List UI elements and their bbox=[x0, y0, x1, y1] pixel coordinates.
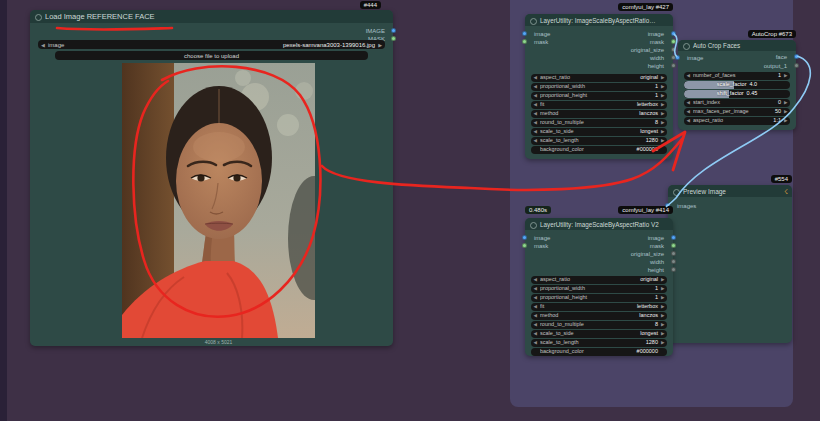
input-port-mask[interactable] bbox=[522, 243, 527, 248]
output-label-face: face bbox=[776, 53, 787, 61]
portrait-photo bbox=[122, 63, 315, 338]
widget-background-color[interactable]: background_color#000000 bbox=[531, 146, 667, 154]
output-port-image[interactable] bbox=[391, 28, 396, 33]
output-label-height: height bbox=[648, 266, 664, 274]
choose-file-button[interactable]: choose file to upload bbox=[55, 51, 368, 60]
load-image-node[interactable]: #444 Load Image REFERENCE FACE IMAGE MAS… bbox=[30, 10, 393, 346]
node-title[interactable]: Preview Image bbox=[668, 185, 792, 197]
node-id-badge: comfyui_lay #427 bbox=[618, 3, 673, 11]
input-port-image[interactable] bbox=[522, 31, 527, 36]
node-title-label: Preview Image bbox=[683, 188, 726, 195]
canvas-left-edge bbox=[0, 0, 7, 421]
execution-time-badge: 0.480s bbox=[525, 206, 551, 214]
node-id-badge: #444 bbox=[360, 1, 381, 9]
output-port-mask[interactable] bbox=[391, 36, 396, 41]
node-title-label: Auto Crop Faces bbox=[693, 42, 740, 49]
widget-fit[interactable]: fitletterbox bbox=[531, 303, 667, 311]
node-title-label: LayerUtility: ImageScaleByAspectRatio… bbox=[540, 17, 656, 24]
output-label-mask: mask bbox=[650, 38, 664, 46]
output-label-image: IMAGE bbox=[366, 27, 385, 35]
output-port-width[interactable] bbox=[671, 259, 676, 264]
node-title[interactable]: Load Image REFERENCE FACE bbox=[30, 10, 393, 23]
combo-value: pexels-samvana3003-1399016.jpg bbox=[283, 42, 375, 48]
output-port-output-1[interactable] bbox=[794, 63, 799, 68]
widget-proportional-width[interactable]: proportional_width1 bbox=[531, 285, 667, 293]
output-label-width: width bbox=[650, 54, 664, 62]
widget-method[interactable]: methodlanczos bbox=[531, 312, 667, 320]
widget-max-faces-per-image[interactable]: max_faces_per_image50 bbox=[684, 108, 790, 116]
input-label-image: image bbox=[687, 54, 703, 62]
output-port-face[interactable] bbox=[794, 54, 799, 59]
node-title[interactable]: LayerUtility: ImageScaleByAspectRatio… bbox=[525, 14, 673, 26]
input-label-mask: mask bbox=[534, 38, 548, 46]
output-label-image: image bbox=[648, 30, 664, 38]
scale-node-bottom[interactable]: 0.480s comfyui_lay #414 LayerUtility: Im… bbox=[525, 218, 673, 356]
combo-label: image bbox=[48, 42, 283, 48]
widget-aspect-ratio[interactable]: aspect_ratiooriginal bbox=[531, 276, 667, 284]
output-label-original-size: original_size bbox=[631, 250, 664, 258]
scale-node-top[interactable]: comfyui_lay #427 LayerUtility: ImageScal… bbox=[525, 14, 673, 159]
preview-image-node[interactable]: #554 Preview Image ☇ images bbox=[668, 185, 792, 343]
node-id-badge: #554 bbox=[771, 175, 792, 183]
widget-proportional-height[interactable]: proportional_height1 bbox=[531, 294, 667, 302]
widget-method[interactable]: methodlanczos bbox=[531, 110, 667, 118]
widget-round-to-multiple[interactable]: round_to_multiple8 bbox=[531, 321, 667, 329]
autocrop-faces-node[interactable]: AutoCrop #673 Auto Crop Faces image face… bbox=[678, 40, 796, 130]
widget-scale-to-length[interactable]: scale_to_length1280 bbox=[531, 339, 667, 347]
output-label-mask: mask bbox=[650, 242, 664, 250]
output-label-height: height bbox=[648, 62, 664, 70]
output-port-image[interactable] bbox=[671, 235, 676, 240]
widget-aspect-ratio[interactable]: aspect_ratiooriginal bbox=[531, 74, 667, 82]
output-port-mask[interactable] bbox=[671, 39, 676, 44]
output-port-image[interactable] bbox=[671, 31, 676, 36]
widget-scale-factor-slider[interactable]: scale_factor4.0 bbox=[684, 81, 790, 89]
output-port-original-size[interactable] bbox=[671, 47, 676, 52]
widget-scale-to-side[interactable]: scale_to_sidelongest bbox=[531, 330, 667, 338]
image-filename-combo[interactable]: image pexels-samvana3003-1399016.jpg bbox=[38, 40, 385, 49]
output-port-height[interactable] bbox=[671, 267, 676, 272]
output-label-width: width bbox=[650, 258, 664, 266]
comfyui-graph-canvas[interactable]: #444 Load Image REFERENCE FACE IMAGE MAS… bbox=[0, 0, 820, 421]
node-title-label: LayerUtility: ImageScaleByAspectRatio V2 bbox=[540, 221, 659, 228]
widget-proportional-height[interactable]: proportional_height1 bbox=[531, 92, 667, 100]
input-port-image[interactable] bbox=[675, 55, 680, 60]
input-port-mask[interactable] bbox=[522, 39, 527, 44]
output-label-original-size: original_size bbox=[631, 46, 664, 54]
node-status-icon: ☇ bbox=[784, 188, 787, 195]
input-label-mask: mask bbox=[534, 242, 548, 250]
input-port-image[interactable] bbox=[522, 235, 527, 240]
widget-background-color[interactable]: background_color#000000 bbox=[531, 348, 667, 356]
widget-aspect-ratio[interactable]: aspect_ratio1:1 bbox=[684, 117, 790, 125]
widget-scale-to-side[interactable]: scale_to_sidelongest bbox=[531, 128, 667, 136]
widget-round-to-multiple[interactable]: round_to_multiple8 bbox=[531, 119, 667, 127]
widget-scale-to-length[interactable]: scale_to_length1280 bbox=[531, 137, 667, 145]
node-id-badge: comfyui_lay #414 bbox=[618, 206, 673, 214]
widget-shift-factor-slider[interactable]: shift_factor0.45 bbox=[684, 90, 790, 98]
output-label-output-1: output_1 bbox=[764, 62, 787, 70]
input-label-images: images bbox=[677, 202, 696, 210]
widget-fit[interactable]: fitletterbox bbox=[531, 101, 667, 109]
widget-start-index[interactable]: start_index0 bbox=[684, 99, 790, 107]
input-label-image: image bbox=[534, 234, 550, 242]
output-port-height[interactable] bbox=[671, 63, 676, 68]
node-title[interactable]: Auto Crop Faces bbox=[678, 40, 796, 51]
output-port-mask[interactable] bbox=[671, 243, 676, 248]
image-resolution-caption: 4008 x 5021 bbox=[122, 339, 315, 345]
output-port-original-size[interactable] bbox=[671, 251, 676, 256]
widget-number-of-faces[interactable]: number_of_faces1 bbox=[684, 72, 790, 80]
node-title-label: Load Image REFERENCE FACE bbox=[45, 12, 155, 21]
output-label-image: image bbox=[648, 234, 664, 242]
input-label-image: image bbox=[534, 30, 550, 38]
node-id-badge: AutoCrop #673 bbox=[748, 30, 796, 38]
node-title[interactable]: LayerUtility: ImageScaleByAspectRatio V2 bbox=[525, 218, 673, 230]
widget-proportional-width[interactable]: proportional_width1 bbox=[531, 83, 667, 91]
